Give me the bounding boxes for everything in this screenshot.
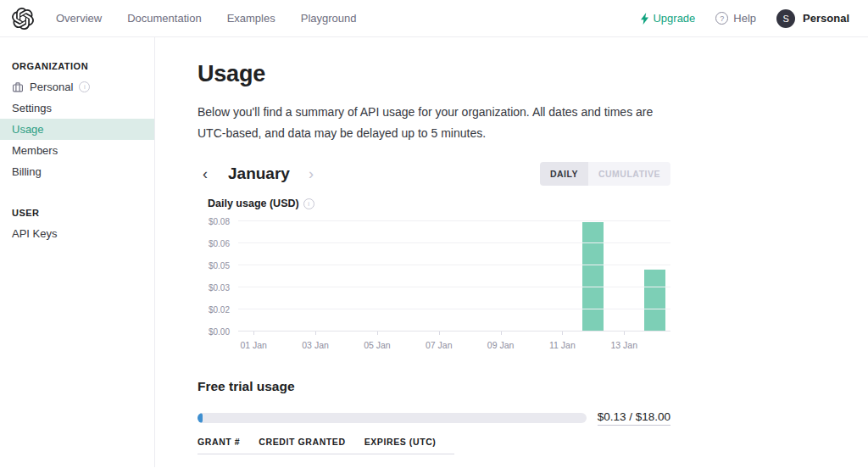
x-tick-label: 01 Jan: [240, 340, 267, 350]
x-slot: 05 Jan: [362, 332, 392, 352]
org-name: Personal: [30, 81, 73, 93]
help-button[interactable]: ? Help: [715, 12, 756, 25]
toggle-cumulative[interactable]: CUMULATIVE: [588, 162, 670, 186]
x-slot: [454, 332, 485, 352]
x-tick: [624, 332, 625, 335]
gridline: [238, 287, 670, 287]
x-slot: [578, 332, 609, 352]
x-tick: [562, 332, 563, 335]
bar-slot: [269, 221, 299, 332]
nav-playground[interactable]: Playground: [301, 12, 357, 25]
usage-amount[interactable]: $0.13 / $18.00: [598, 410, 670, 426]
sidebar-item-usage[interactable]: Usage: [0, 119, 154, 140]
avatar: S: [776, 9, 795, 28]
sidebar-item-organization[interactable]: Personal i: [0, 76, 154, 98]
x-tick-label: 11 Jan: [549, 340, 576, 350]
sidebar-item-members[interactable]: Members: [0, 140, 154, 161]
account-label: Personal: [803, 12, 849, 25]
free-trial-title: Free trial usage: [198, 379, 670, 394]
chart-header: Daily usage (USD) i: [198, 198, 670, 209]
x-slot: 01 Jan: [238, 332, 269, 352]
account-menu[interactable]: S Personal: [776, 9, 849, 28]
bar-slot: [392, 221, 423, 332]
page-title: Usage: [198, 61, 670, 87]
briefcase-icon: [12, 81, 24, 93]
chart-x-axis: 01 Jan03 Jan05 Jan07 Jan09 Jan11 Jan13 J…: [238, 332, 670, 352]
x-slot: 09 Jan: [485, 332, 515, 352]
x-slot: 13 Jan: [609, 332, 639, 352]
chart-bars: [238, 221, 670, 332]
lightning-icon: [640, 13, 649, 25]
toggle-daily[interactable]: DAILY: [540, 162, 588, 186]
chart-y-axis: $0.00$0.02$0.03$0.05$0.06$0.08: [198, 221, 238, 332]
bar-slot: [639, 221, 670, 332]
info-icon: i: [79, 81, 90, 92]
bar-slot: [547, 221, 577, 332]
bar-slot: [331, 221, 361, 332]
x-tick: [439, 332, 440, 335]
upgrade-label: Upgrade: [653, 12, 695, 25]
bar-slot: [238, 221, 269, 332]
header-right: Upgrade ? Help S Personal: [640, 9, 849, 28]
x-slot: 03 Jan: [300, 332, 331, 352]
nav-documentation[interactable]: Documentation: [127, 12, 201, 25]
next-month-button[interactable]: ›: [303, 166, 319, 181]
x-tick: [377, 332, 378, 335]
gridline: [238, 309, 670, 309]
bar-slot: [578, 221, 609, 332]
top-header: Overview Documentation Examples Playgrou…: [0, 0, 868, 37]
bar-slot: [362, 221, 392, 332]
chart-plot: [238, 221, 670, 332]
sidebar: ORGANIZATION Personal i Settings Usage M…: [0, 37, 155, 467]
main-content: Usage Below you'll find a summary of API…: [155, 37, 868, 467]
bar-slot: [609, 221, 639, 332]
grants-header-row: GRANT # CREDIT GRANTED EXPIRES (UTC): [198, 437, 454, 454]
x-tick-label: 05 Jan: [364, 340, 391, 350]
nav-overview[interactable]: Overview: [56, 12, 102, 25]
x-tick-label: 07 Jan: [426, 340, 453, 350]
grant-number-cell: Grant 1: [198, 454, 259, 468]
y-tick-label: $0.06: [209, 239, 230, 248]
usage-bar[interactable]: [582, 222, 604, 332]
credit-granted-cell: $18.00: [259, 454, 364, 468]
org-section-title: ORGANIZATION: [0, 54, 154, 76]
grants-table: GRANT # CREDIT GRANTED EXPIRES (UTC) Gra…: [198, 437, 454, 468]
sidebar-item-settings[interactable]: Settings: [0, 98, 154, 119]
y-tick-label: $0.03: [209, 283, 230, 292]
col-expires: EXPIRES (UTC): [364, 437, 455, 454]
y-tick-label: $0.02: [209, 305, 230, 315]
col-credit-granted: CREDIT GRANTED: [259, 437, 364, 454]
y-tick-label: $0.08: [209, 217, 230, 226]
progress-track: [198, 413, 587, 423]
daily-usage-chart: $0.00$0.02$0.03$0.05$0.06$0.08: [198, 221, 670, 332]
x-slot: [516, 332, 547, 352]
x-tick: [253, 332, 254, 335]
x-tick-label: 13 Jan: [611, 340, 638, 350]
page-description: Below you'll find a summary of API usage…: [198, 102, 670, 144]
prev-month-button[interactable]: ‹: [198, 166, 213, 181]
month-label: January: [228, 164, 290, 183]
openai-logo-icon[interactable]: [12, 8, 34, 30]
x-tick: [315, 332, 316, 335]
bar-slot: [516, 221, 547, 332]
sidebar-item-billing[interactable]: Billing: [0, 161, 154, 182]
upgrade-button[interactable]: Upgrade: [640, 12, 695, 25]
view-toggle: DAILY CUMULATIVE: [540, 162, 670, 186]
x-slot: [392, 332, 423, 352]
bar-slot: [485, 221, 515, 332]
nav-examples[interactable]: Examples: [227, 12, 275, 25]
usage-bar[interactable]: [644, 270, 665, 332]
x-slot: 07 Jan: [424, 332, 454, 352]
y-tick-label: $0.00: [209, 327, 230, 337]
sidebar-item-api-keys[interactable]: API Keys: [0, 223, 154, 244]
x-tick: [501, 332, 502, 335]
info-icon: i: [303, 198, 314, 209]
user-section-title: USER: [0, 201, 154, 223]
chart-title: Daily usage (USD): [208, 198, 299, 209]
y-tick-label: $0.05: [209, 261, 230, 270]
help-label: Help: [733, 12, 756, 25]
help-icon: ?: [715, 12, 728, 25]
gridline: [238, 220, 670, 221]
free-trial-progress: $0.13 / $18.00: [198, 410, 670, 426]
bar-slot: [424, 221, 454, 332]
